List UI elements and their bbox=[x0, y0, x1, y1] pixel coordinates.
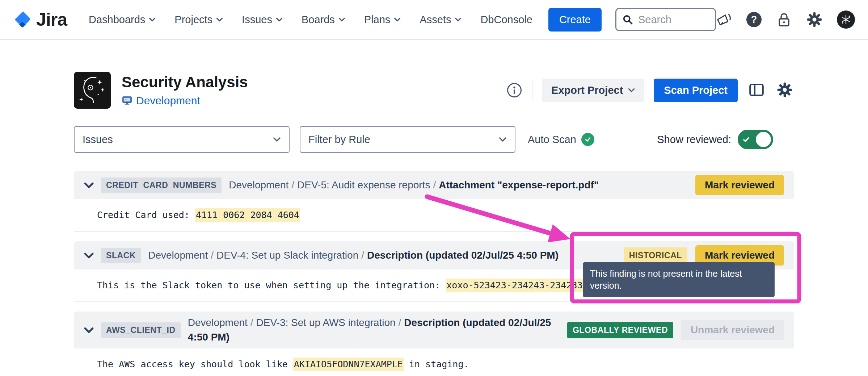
scan-project-button[interactable]: Scan Project bbox=[654, 79, 738, 102]
nav-item-plans[interactable]: Plans bbox=[364, 14, 401, 26]
chevron-down-icon bbox=[149, 17, 156, 22]
announcements-icon[interactable] bbox=[716, 12, 732, 28]
finding-header: AWS_CLIENT_ID Development/DEV-3: Set up … bbox=[74, 312, 794, 348]
chevron-down-icon bbox=[455, 17, 462, 22]
search-box[interactable] bbox=[615, 8, 716, 31]
rule-badge: CREDIT_CARD_NUMBERS bbox=[101, 177, 222, 193]
toggle-knob bbox=[756, 132, 771, 147]
nav-item-projects[interactable]: Projects bbox=[174, 14, 223, 26]
historical-badge: HISTORICAL bbox=[624, 247, 687, 264]
finding-group-credit-card: CREDIT_CARD_NUMBERS Development/DEV-5: A… bbox=[74, 171, 794, 232]
header-actions: Export Project Scan Project bbox=[506, 79, 794, 102]
finding-content: Credit Card used: 4111 0062 2084 4604 bbox=[74, 199, 794, 232]
export-project-button[interactable]: Export Project bbox=[542, 79, 644, 102]
jira-logo-text: Jira bbox=[36, 9, 67, 30]
finding-header: CREDIT_CARD_NUMBERS Development/DEV-5: A… bbox=[74, 171, 794, 199]
historical-tooltip: This finding is not present in the lates… bbox=[583, 262, 775, 297]
main-nav: Dashboards Projects Issues Boards Plans … bbox=[89, 14, 532, 26]
breadcrumb-issue[interactable]: DEV-5: Audit expense reports bbox=[297, 179, 430, 191]
toggle-check-icon bbox=[742, 136, 750, 143]
jira-logo-icon bbox=[13, 10, 32, 29]
unmark-reviewed-button[interactable]: Unmark reviewed bbox=[681, 320, 784, 340]
project-header: Security Analysis Development Ex bbox=[74, 72, 794, 109]
secret-highlight: xoxo-523423-234243-234233-e bbox=[446, 279, 594, 292]
divider bbox=[532, 80, 532, 100]
breadcrumb: Development/DEV-4: Set up Slack integrat… bbox=[148, 248, 616, 263]
search-icon bbox=[622, 14, 633, 25]
breadcrumb-project[interactable]: Development bbox=[148, 250, 208, 261]
nav-item-assets[interactable]: Assets bbox=[420, 14, 462, 26]
nav-item-dashboards[interactable]: Dashboards bbox=[89, 14, 156, 26]
collapse-chevron-icon[interactable] bbox=[84, 182, 94, 188]
topbar-icons: ? bbox=[716, 11, 855, 29]
breadcrumb-project[interactable]: Development bbox=[229, 179, 288, 191]
breadcrumb-location: Attachment "expense-report.pdf" bbox=[439, 179, 599, 191]
project-link[interactable]: Development bbox=[136, 95, 200, 107]
help-icon[interactable]: ? bbox=[746, 12, 762, 27]
collapse-chevron-icon[interactable] bbox=[84, 252, 94, 259]
secret-highlight: AKIAIO5FODNN7EXAMPLE bbox=[293, 358, 404, 371]
avatar-pattern-icon bbox=[840, 13, 852, 26]
search-input[interactable] bbox=[637, 13, 709, 26]
topbar: Jira Dashboards Projects Issues Boards P… bbox=[0, 0, 868, 40]
main-content: Security Analysis Development Ex bbox=[0, 72, 868, 376]
nav-item-dbconsole[interactable]: DbConsole bbox=[480, 14, 532, 26]
breadcrumb: Development/DEV-5: Audit expense reports… bbox=[229, 178, 688, 192]
nav-item-boards[interactable]: Boards bbox=[302, 14, 345, 26]
issues-select[interactable]: Issues bbox=[74, 126, 290, 153]
details-panel-button[interactable] bbox=[747, 80, 766, 100]
auto-scan-check-icon bbox=[581, 133, 594, 146]
rule-badge: AWS_CLIENT_ID bbox=[101, 322, 181, 338]
project-meta: Security Analysis Development bbox=[122, 74, 248, 107]
rule-badge: SLACK bbox=[101, 248, 141, 263]
breadcrumb-issue[interactable]: DEV-3: Set up AWS integration bbox=[256, 317, 396, 328]
user-avatar[interactable] bbox=[837, 11, 855, 29]
rule-filter-select[interactable]: Filter by Rule bbox=[300, 126, 515, 153]
info-icon[interactable] bbox=[506, 82, 522, 98]
chevron-down-icon bbox=[628, 88, 635, 92]
filters-bar: Issues Filter by Rule Auto Scan Show rev… bbox=[74, 126, 794, 153]
show-reviewed-control: Show reviewed: bbox=[657, 130, 794, 149]
chevron-down-icon bbox=[273, 137, 281, 142]
mark-reviewed-button[interactable]: Mark reviewed bbox=[695, 175, 784, 195]
panel-icon bbox=[749, 82, 764, 98]
auto-scan-status[interactable]: Auto Scan bbox=[528, 133, 594, 146]
breadcrumb: Development/DEV-3: Set up AWS integratio… bbox=[188, 316, 560, 344]
finding-group-aws: AWS_CLIENT_ID Development/DEV-3: Set up … bbox=[74, 312, 794, 376]
secret-highlight: 4111 0062 2084 4604 bbox=[195, 208, 300, 222]
lock-icon[interactable] bbox=[776, 12, 792, 28]
collapse-chevron-icon[interactable] bbox=[84, 327, 94, 333]
create-button[interactable]: Create bbox=[548, 8, 602, 32]
breadcrumb-issue[interactable]: DEV-4: Set up Slack integration bbox=[216, 250, 358, 261]
breadcrumb-project[interactable]: Development bbox=[188, 317, 248, 328]
finding-content: The AWS access key should look like AKIA… bbox=[74, 348, 794, 376]
breadcrumb-location: Description (updated 02/Jul/25 4:50 PM) bbox=[367, 250, 559, 261]
show-reviewed-label: Show reviewed: bbox=[657, 134, 731, 146]
page-title: Security Analysis bbox=[122, 74, 248, 91]
globally-reviewed-badge: GLOBALLY REVIEWED bbox=[567, 322, 673, 338]
project-icon bbox=[122, 95, 132, 106]
board-settings-button[interactable] bbox=[775, 80, 794, 100]
chevron-down-icon bbox=[394, 17, 401, 22]
chevron-down-icon bbox=[276, 17, 283, 22]
jira-logo[interactable]: Jira bbox=[13, 9, 67, 30]
show-reviewed-toggle[interactable] bbox=[738, 130, 773, 149]
chevron-down-icon bbox=[216, 17, 223, 22]
gear-icon bbox=[777, 82, 793, 98]
nav-item-issues[interactable]: Issues bbox=[242, 14, 283, 26]
project-avatar bbox=[74, 72, 111, 109]
settings-gear-icon[interactable] bbox=[806, 12, 822, 28]
chevron-down-icon bbox=[499, 137, 507, 142]
chevron-down-icon bbox=[338, 17, 345, 22]
